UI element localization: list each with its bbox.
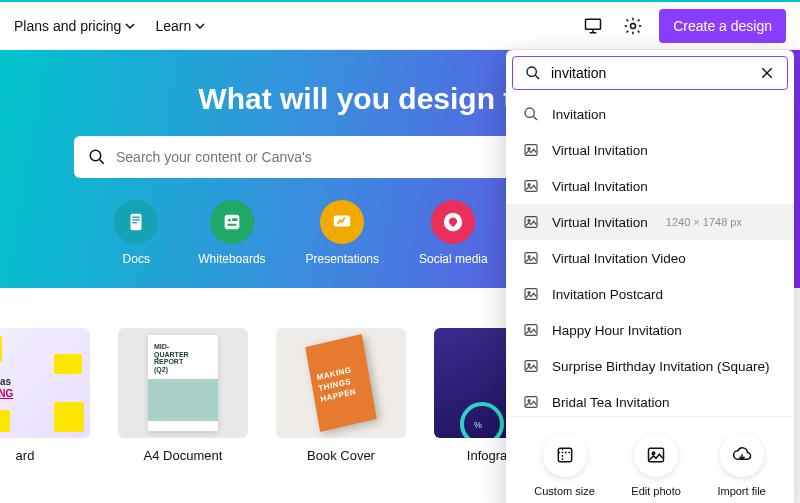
- search-dropdown: InvitationVirtual InvitationVirtual Invi…: [506, 50, 794, 503]
- suggestion-item[interactable]: Invitation: [506, 96, 794, 132]
- category-whiteboard[interactable]: Whiteboards: [198, 200, 265, 266]
- suggestion-dimensions: 1240 × 1748 px: [666, 216, 742, 228]
- svg-point-34: [528, 400, 530, 402]
- create-design-button[interactable]: Create a design: [659, 9, 786, 43]
- category-label: Presentations: [306, 252, 379, 266]
- suggestion-label: Virtual Invitation Video: [552, 251, 686, 266]
- svg-rect-4: [133, 217, 140, 218]
- svg-rect-29: [525, 325, 537, 336]
- docs-icon: [114, 200, 158, 244]
- suggestion-item[interactable]: Bridal Tea Invitation: [506, 384, 794, 416]
- template-thumbnail: MAKINGTHINGSHAPPEN: [276, 328, 406, 438]
- svg-rect-31: [525, 361, 537, 372]
- chevron-down-icon: [195, 21, 205, 31]
- dropdown-search-row[interactable]: [512, 56, 788, 90]
- desktop-icon[interactable]: [579, 12, 607, 40]
- image-icon: [522, 249, 540, 267]
- suggestion-label: Happy Hour Invitation: [552, 323, 682, 338]
- image-icon: [522, 285, 540, 303]
- svg-point-2: [90, 150, 101, 161]
- category-label: Social media: [419, 252, 488, 266]
- search-icon: [525, 65, 541, 81]
- template-card[interactable]: Get ideasFLOWINGard: [0, 328, 90, 463]
- svg-rect-33: [525, 397, 537, 408]
- suggestion-item[interactable]: Invitation Postcard: [506, 276, 794, 312]
- svg-point-39: [652, 452, 655, 455]
- template-thumbnail: MID-QUARTERREPORT(Q2): [118, 328, 248, 438]
- action-import[interactable]: Import file: [717, 433, 765, 497]
- suggestion-label: Virtual Invitation: [552, 143, 648, 158]
- import-icon: [720, 433, 764, 477]
- svg-rect-25: [525, 253, 537, 264]
- category-label: Whiteboards: [198, 252, 265, 266]
- category-docs[interactable]: Docs: [114, 200, 158, 266]
- suggestion-item[interactable]: Virtual Invitation Video: [506, 240, 794, 276]
- svg-point-20: [528, 148, 530, 150]
- svg-point-17: [527, 67, 536, 76]
- top-bar: Plans and pricing Learn Create a design: [0, 0, 800, 50]
- presentation-icon: [320, 200, 364, 244]
- nav-plans-pricing[interactable]: Plans and pricing: [14, 18, 135, 34]
- custom-size-icon: [543, 433, 587, 477]
- nav-learn-label: Learn: [155, 18, 191, 34]
- image-icon: [522, 321, 540, 339]
- image-icon: [522, 357, 540, 375]
- whiteboard-icon: [210, 200, 254, 244]
- edit-photo-icon: [634, 433, 678, 477]
- search-icon: [88, 148, 106, 166]
- svg-rect-7: [225, 215, 240, 230]
- template-card-label: Book Cover: [307, 448, 375, 463]
- template-card-label: ard: [16, 448, 35, 463]
- gear-icon[interactable]: [619, 12, 647, 40]
- suggestion-item[interactable]: Virtual Invitation1240 × 1748 px: [506, 204, 794, 240]
- action-label: Import file: [717, 485, 765, 497]
- suggestion-item[interactable]: Virtual Invitation: [506, 132, 794, 168]
- template-thumbnail: Get ideasFLOWING: [0, 328, 90, 438]
- category-social[interactable]: Social media: [419, 200, 488, 266]
- svg-rect-5: [133, 219, 140, 220]
- svg-point-28: [528, 292, 530, 294]
- search-icon: [522, 105, 540, 123]
- svg-point-8: [228, 219, 231, 222]
- social-icon: [431, 200, 475, 244]
- svg-rect-38: [649, 448, 664, 461]
- dropdown-actions: Custom sizeEdit photoImport file: [506, 416, 794, 503]
- svg-rect-19: [525, 145, 537, 156]
- dropdown-search-input[interactable]: [551, 65, 749, 81]
- svg-point-24: [528, 220, 530, 222]
- image-icon: [522, 141, 540, 159]
- suggestion-item[interactable]: Happy Hour Invitation: [506, 312, 794, 348]
- svg-rect-0: [586, 19, 601, 29]
- svg-rect-6: [133, 222, 138, 223]
- svg-point-22: [528, 184, 530, 186]
- suggestion-list: InvitationVirtual InvitationVirtual Invi…: [506, 96, 794, 416]
- suggestion-label: Virtual Invitation: [552, 179, 648, 194]
- template-card[interactable]: MAKINGTHINGSHAPPENBook Cover: [276, 328, 406, 463]
- suggestion-label: Bridal Tea Invitation: [552, 395, 670, 410]
- svg-point-30: [528, 328, 530, 330]
- svg-point-1: [631, 23, 636, 28]
- suggestion-label: Invitation: [552, 107, 606, 122]
- action-label: Custom size: [534, 485, 595, 497]
- image-icon: [522, 213, 540, 231]
- template-card-label: A4 Document: [144, 448, 223, 463]
- svg-rect-37: [558, 448, 571, 461]
- close-icon[interactable]: [759, 65, 775, 81]
- suggestion-item[interactable]: Virtual Invitation: [506, 168, 794, 204]
- action-custom-size[interactable]: Custom size: [534, 433, 595, 497]
- template-card[interactable]: MID-QUARTERREPORT(Q2)A4 Document: [118, 328, 248, 463]
- nav-learn[interactable]: Learn: [155, 18, 205, 34]
- svg-rect-10: [227, 224, 236, 226]
- category-presentation[interactable]: Presentations: [306, 200, 379, 266]
- svg-rect-21: [525, 181, 537, 192]
- image-icon: [522, 177, 540, 195]
- svg-point-18: [525, 108, 534, 117]
- suggestion-item[interactable]: Surprise Birthday Invitation (Square): [506, 348, 794, 384]
- nav-plans-label: Plans and pricing: [14, 18, 121, 34]
- action-edit-photo[interactable]: Edit photo: [631, 433, 681, 497]
- svg-rect-23: [525, 217, 537, 228]
- svg-point-26: [528, 256, 530, 258]
- suggestion-label: Surprise Birthday Invitation (Square): [552, 359, 770, 374]
- svg-rect-27: [525, 289, 537, 300]
- action-label: Edit photo: [631, 485, 681, 497]
